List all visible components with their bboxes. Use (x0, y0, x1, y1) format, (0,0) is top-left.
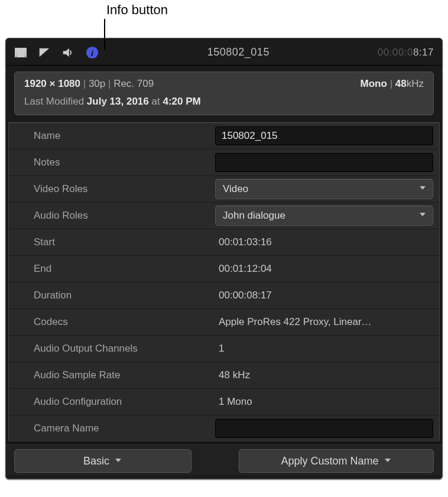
label-end: End (9, 263, 213, 275)
row-audio-configuration: Audio Configuration 1 Mono (9, 389, 439, 415)
label-duration: Duration (9, 290, 213, 301)
svg-rect-9 (24, 50, 25, 51)
label-codecs: Codecs (9, 316, 213, 328)
row-audio-output-channels: Audio Output Channels 1 (9, 336, 439, 362)
info-icon[interactable]: i (85, 46, 99, 60)
row-duration: Duration 00:00:08:17 (9, 282, 439, 309)
apply-custom-name-button[interactable]: Apply Custom Name (239, 449, 434, 473)
svg-marker-16 (420, 186, 426, 190)
row-name: Name (9, 123, 439, 150)
row-start: Start 00:01:03:16 (9, 229, 439, 256)
chevron-down-icon (114, 455, 122, 467)
summary-audio: Mono | 48kHz (361, 78, 424, 90)
row-camera-name: Camera Name (9, 415, 439, 441)
label-audio-roles: Audio Roles (9, 210, 213, 222)
inspector-footer: Basic Apply Custom Name (6, 443, 442, 475)
svg-marker-13 (63, 48, 69, 57)
label-acfg: Audio Configuration (9, 396, 213, 408)
callout-label: Info button (106, 2, 168, 18)
value-codecs: Apple ProRes 422 Proxy, Linear… (213, 316, 439, 328)
summary-modified: Last Modified July 13, 2016 at 4:20 PM (24, 96, 424, 108)
svg-marker-17 (420, 213, 426, 216)
chevron-down-icon (418, 210, 427, 222)
svg-rect-10 (24, 53, 25, 54)
properties-list: Name Notes Video Roles Video Audio Roles… (8, 122, 440, 441)
transition-icon[interactable] (38, 46, 51, 59)
value-aoc: 1 (213, 343, 439, 355)
clip-summary: 1920 × 1080 | 30p | Rec. 709 Mono | 48kH… (14, 72, 434, 115)
svg-rect-4 (15, 48, 17, 50)
summary-format: 1920 × 1080 | 30p | Rec. 709 (24, 78, 154, 90)
name-field[interactable] (215, 126, 433, 145)
value-acfg: 1 Mono (213, 396, 439, 408)
chevron-down-icon (384, 455, 392, 467)
info-inspector-panel: i 150802_015 00:00:08:17 1920 × 1080 | 3… (5, 38, 443, 479)
svg-rect-11 (24, 54, 25, 56)
svg-text:i: i (91, 47, 94, 57)
label-name: Name (9, 130, 213, 142)
row-audio-roles: Audio Roles John dialogue (9, 203, 439, 229)
value-end[interactable]: 00:01:12:04 (213, 263, 439, 275)
row-codecs: Codecs Apple ProRes 422 Proxy, Linear… (9, 309, 439, 336)
value-start[interactable]: 00:01:03:16 (213, 236, 439, 248)
svg-rect-7 (15, 54, 17, 56)
row-end: End 00:01:12:04 (9, 256, 439, 282)
clip-title: 150802_015 (99, 46, 378, 59)
chevron-down-icon (418, 183, 427, 195)
duration-timecode: 00:00:08:17 (378, 47, 434, 59)
row-video-roles: Video Roles Video (9, 176, 439, 203)
label-aoc: Audio Output Channels (9, 343, 213, 355)
notes-field[interactable] (215, 153, 433, 172)
label-video-roles: Video Roles (9, 183, 213, 195)
svg-marker-19 (385, 459, 391, 462)
audio-roles-select[interactable]: John dialogue (215, 206, 433, 226)
video-roles-select[interactable]: Video (215, 179, 433, 199)
inspector-toolbar: i 150802_015 00:00:08:17 (6, 38, 442, 66)
speaker-icon[interactable] (61, 46, 74, 59)
label-notes: Notes (9, 157, 213, 168)
row-notes: Notes (9, 150, 439, 176)
value-duration[interactable]: 00:00:08:17 (213, 290, 439, 301)
svg-rect-5 (15, 50, 17, 51)
svg-rect-3 (18, 48, 24, 57)
value-asr: 48 kHz (213, 369, 439, 381)
svg-rect-6 (15, 53, 17, 54)
svg-marker-18 (115, 459, 121, 462)
callout-line (104, 19, 105, 50)
camera-name-field[interactable] (215, 419, 433, 438)
label-camera: Camera Name (9, 423, 213, 434)
metadata-view-preset-button[interactable]: Basic (14, 449, 191, 473)
label-asr: Audio Sample Rate (9, 369, 213, 381)
row-audio-sample-rate: Audio Sample Rate 48 kHz (9, 362, 439, 389)
filmstrip-icon[interactable] (14, 46, 27, 59)
svg-rect-8 (24, 48, 25, 50)
label-start: Start (9, 236, 213, 248)
svg-marker-12 (40, 48, 50, 57)
